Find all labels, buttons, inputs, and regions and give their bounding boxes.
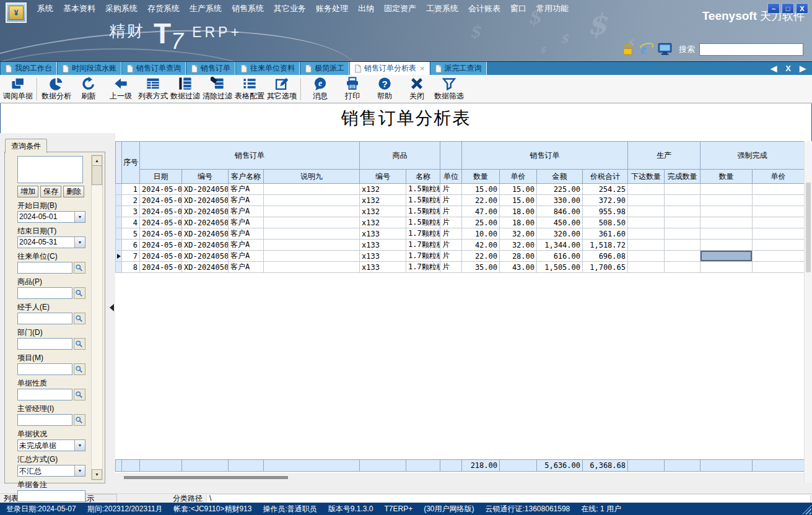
maximize-button[interactable]: □ [782,3,794,14]
menu-item-12[interactable]: 会计账表 [463,3,505,14]
toolbar-button-documents[interactable]: 调阅单据 [2,76,34,102]
tab-scroll-right-icon[interactable]: ▶ [800,64,806,73]
table-cell[interactable]: 330.00 [537,195,583,206]
table-cell[interactable]: 254.25 [583,184,628,195]
scroll-thumb[interactable] [124,476,288,479]
search-input[interactable] [699,43,803,56]
table-cell[interactable]: 客户A [229,184,264,195]
toolbar-button-arrow-left[interactable]: 上一级 [105,76,137,102]
dropdown-arrow-icon[interactable]: ▼ [74,440,85,451]
table-cell[interactable] [628,184,665,195]
table-cell[interactable] [628,262,665,273]
table-cell[interactable]: 2024-05-07 [140,240,182,251]
table-cell[interactable]: x133 [360,262,406,273]
table-cell[interactable]: 32.00 [500,240,537,251]
table-cell[interactable]: 35.00 [462,262,500,273]
table-cell[interactable]: 1 [122,184,140,195]
scroll-up-icon[interactable]: ▲ [92,155,102,166]
table-cell[interactable]: 32.00 [500,228,537,240]
table-cell[interactable]: 47.00 [462,206,500,217]
table-cell[interactable]: 片 [440,228,462,240]
table-cell[interactable]: 2 [122,195,140,206]
scroll-down-icon[interactable]: ▼ [92,469,102,480]
lock-icon[interactable] [621,43,635,56]
department-input[interactable] [17,338,72,350]
row-indicator-cell[interactable] [116,217,122,228]
table-cell[interactable]: 616.00 [537,251,583,262]
manager-input[interactable] [17,414,72,426]
table-cell[interactable] [665,228,701,240]
table-cell[interactable]: 客户A [229,195,264,206]
row-indicator-cell[interactable] [116,195,122,206]
toolbar-button-filter-clear[interactable]: 清除过滤 [201,76,234,102]
table-cell[interactable]: 28.00 [500,251,537,262]
table-cell[interactable]: 22.00 [462,251,500,262]
table-cell[interactable]: 1.7颗粒板 [406,228,440,240]
table-cell[interactable]: 18.00 [500,206,537,217]
table-cell[interactable]: x132 [360,217,406,228]
toolbar-button-message[interactable]: e消息 [304,76,336,102]
toolbar-button-refresh[interactable]: 刷新 [72,76,105,102]
horizontal-scrollbar[interactable] [115,473,804,483]
table-cell[interactable]: 15.00 [500,184,537,195]
tab-item-3[interactable]: 销售订单查询 [121,62,186,75]
table-cell[interactable]: 2024-05-07 [140,228,182,240]
tab-close-all-icon[interactable]: X [785,64,791,73]
table-cell[interactable] [264,251,360,262]
table-cell[interactable] [753,195,805,206]
menu-item-13[interactable]: 窗口 [505,3,531,14]
table-cell[interactable]: x132 [360,206,406,217]
table-cell[interactable] [665,184,701,195]
table-cell[interactable]: 2024-05-07 [140,206,182,217]
table-cell[interactable]: 客户A [229,217,264,228]
table-cell[interactable] [665,251,701,262]
table-cell[interactable] [665,206,701,217]
table-cell[interactable]: XD-2024050 [182,240,229,251]
tab-item-4[interactable]: 销售订单 [186,62,235,75]
tab-item-1[interactable]: 我的工作台 [0,62,57,75]
table-cell[interactable]: 2024-05-07 [140,262,182,273]
table-cell[interactable]: 25.00 [462,217,500,228]
add-button[interactable]: 增加 [17,186,38,197]
row-indicator-cell[interactable] [116,251,122,262]
row-indicator-cell[interactable] [116,184,122,195]
table-cell[interactable]: 5 [122,228,140,240]
table-cell[interactable]: 片 [440,184,462,195]
query-conditions-tab[interactable]: 查询条件 [5,139,47,153]
manager-lookup-button[interactable] [74,414,85,426]
table-cell[interactable]: 372.90 [583,195,628,206]
table-cell[interactable]: 15.00 [500,195,537,206]
table-cell[interactable] [753,251,805,262]
table-cell[interactable]: XD-2024050 [182,195,229,206]
table-cell[interactable]: 客户A [229,240,264,251]
table-cell[interactable]: x132 [360,195,406,206]
table-cell[interactable] [753,262,805,273]
table-cell[interactable]: x133 [360,228,406,240]
table-cell[interactable]: 片 [440,240,462,251]
menu-item-7[interactable]: 其它业务 [269,3,311,14]
table-cell[interactable]: 2024-05-07 [140,184,182,195]
table-cell[interactable] [701,228,753,240]
table-cell[interactable]: XD-2024050 [182,184,229,195]
minimize-button[interactable]: – [767,3,780,14]
tab-item-6[interactable]: 极简派工 [300,62,349,75]
table-cell[interactable] [701,195,753,206]
table-cell[interactable]: 片 [440,251,462,262]
table-cell[interactable] [264,184,360,195]
table-cell[interactable]: 1.7颗粒板 [406,251,440,262]
menu-item-2[interactable]: 基本资料 [58,3,100,14]
table-cell[interactable]: 4 [122,217,140,228]
table-cell[interactable] [701,262,753,273]
table-cell[interactable] [753,240,805,251]
menu-item-5[interactable]: 生产系统 [185,3,227,14]
remote-desktop-icon[interactable] [658,43,672,56]
row-indicator-cell[interactable] [116,228,122,240]
table-cell[interactable]: 片 [440,217,462,228]
toolbar-button-table[interactable]: 列表方式 [137,76,169,102]
row-indicator-cell[interactable] [116,206,122,217]
table-cell[interactable]: x132 [360,184,406,195]
table-cell[interactable] [753,217,805,228]
table-cell[interactable]: 1.7颗粒板 [406,262,440,273]
table-cell[interactable]: 客户A [229,228,264,240]
table-cell[interactable] [628,195,665,206]
